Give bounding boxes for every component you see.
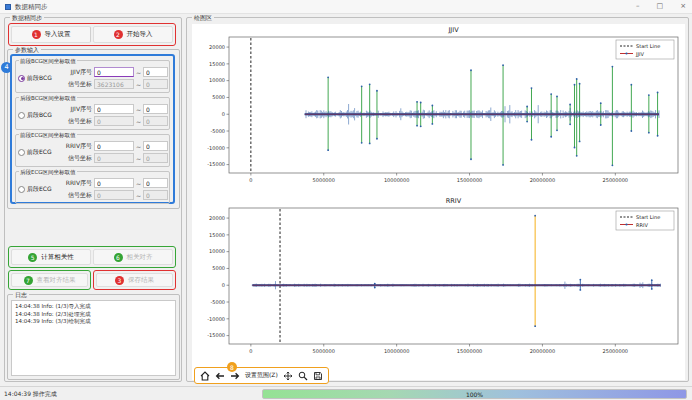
step-badge-5: 5 <box>28 253 37 262</box>
svg-text:15000: 15000 <box>209 232 225 238</box>
radio-rear-ecg[interactable]: 后段ECG <box>18 185 62 194</box>
svg-text:10000000: 10000000 <box>384 177 409 183</box>
plot-toolbar: 设置范围(Z) 8 <box>194 367 329 384</box>
close-button[interactable]: × <box>680 2 686 10</box>
front-bcg-jjiv-from-input[interactable] <box>94 67 134 77</box>
svg-text:5000: 5000 <box>212 265 225 271</box>
progress-value: 100% <box>466 391 483 398</box>
status-bar: 14:04:39 操作完成 100% <box>0 386 692 400</box>
svg-text:0: 0 <box>222 282 225 288</box>
jjiv-chart-canvas[interactable]: JJIV-15000-10000-50000500010000150002000… <box>192 24 685 194</box>
log-list[interactable]: 14:04:38 Info: (1/3)导入完成 14:04:38 Info: … <box>11 300 176 376</box>
svg-text:20000000: 20000000 <box>530 348 555 354</box>
radio-icon <box>18 149 25 156</box>
svg-text:RRIV: RRIV <box>636 222 648 228</box>
param-section-front-bcg: 前段BCG区间坐标取值 前段BCG JJIV序号 ~ <box>15 60 170 93</box>
rear-ecg-rriv-to-input[interactable] <box>143 178 168 188</box>
view-align-result-button[interactable]: 7 查看对齐结果 <box>11 273 88 287</box>
progress-bar: 100% <box>262 389 687 399</box>
front-bcg-signal-from-input[interactable] <box>94 79 134 89</box>
rear-bcg-jjiv-from-input[interactable] <box>94 104 134 114</box>
correlation-align-button[interactable]: 6 相关对齐 <box>93 249 173 265</box>
svg-text:0: 0 <box>249 348 252 354</box>
import-settings-button[interactable]: 1 导入设置 <box>11 26 91 43</box>
radio-front-ecg[interactable]: 前段ECG <box>18 148 62 157</box>
svg-text:-10000: -10000 <box>207 316 225 322</box>
front-bcg-jjiv-to-input[interactable] <box>143 67 168 77</box>
zoom-icon[interactable] <box>298 371 308 381</box>
svg-text:10000: 10000 <box>209 248 225 254</box>
log-line: 14:04:38 Info: (1/3)导入完成 <box>15 303 172 311</box>
radio-icon <box>18 186 25 193</box>
params-group-title: 参数输入 <box>13 46 41 53</box>
rriv-chart-canvas[interactable]: RRIV-15000-10000-50000500010000150002000… <box>192 195 685 365</box>
save-figure-icon[interactable] <box>313 371 323 381</box>
window-title: 数据精同步 <box>15 3 48 12</box>
params-group: 参数输入 4 前段BCG区间坐标取值 前段BCG JJIV序号 ~ <box>7 49 180 209</box>
save-result-label: 保存结果 <box>128 276 154 285</box>
save-result-button[interactable]: 3 保存结果 <box>96 273 173 287</box>
calc-correlation-button[interactable]: 5 计算相关性 <box>11 249 91 265</box>
front-ecg-signal-from-input[interactable] <box>94 153 134 163</box>
front-bcg-signal-to-input[interactable] <box>143 79 168 89</box>
rear-ecg-signal-from-input[interactable] <box>94 190 134 200</box>
param-section-front-ecg: 前段ECG区间坐标取值 前段ECG RRIV序号 ~ <box>15 134 170 167</box>
correlation-align-label: 相关对齐 <box>127 253 153 262</box>
app-icon <box>5 4 11 10</box>
field-label: RRIV序号 <box>62 179 92 188</box>
radio-selected-icon <box>18 75 25 82</box>
section-title: 后段BCG区间坐标取值 <box>19 95 77 101</box>
radio-label: 前段ECG <box>27 148 52 157</box>
minimize-button[interactable]: – <box>636 2 640 10</box>
back-arrow-icon[interactable] <box>215 371 225 381</box>
log-group: 日志 14:04:38 Info: (1/3)导入完成 14:04:38 Inf… <box>7 294 180 380</box>
log-group-title: 日志 <box>13 291 29 298</box>
svg-text:-15000: -15000 <box>207 161 225 167</box>
field-label: 信号坐标 <box>62 80 92 89</box>
front-ecg-signal-to-input[interactable] <box>143 153 168 163</box>
home-icon[interactable] <box>200 371 210 381</box>
tilde: ~ <box>136 118 141 125</box>
radio-icon <box>18 112 25 119</box>
view-align-result-label: 查看对齐结果 <box>37 276 76 285</box>
svg-text:20000000: 20000000 <box>530 177 555 183</box>
front-ecg-rriv-from-input[interactable] <box>94 141 134 151</box>
svg-text:25000000: 25000000 <box>603 177 628 183</box>
svg-text:RRIV: RRIV <box>446 197 462 205</box>
rear-bcg-jjiv-to-input[interactable] <box>143 104 168 114</box>
radio-front-bcg[interactable]: 前段BCG <box>18 74 62 83</box>
step-badge-7: 7 <box>24 276 33 285</box>
svg-text:-15000: -15000 <box>207 332 225 338</box>
rear-bcg-signal-from-input[interactable] <box>94 116 134 126</box>
set-range-button[interactable]: 设置范围(Z) <box>245 371 278 380</box>
param-section-rear-ecg: 后段ECG区间坐标取值 后段ECG RRIV序号 ~ <box>15 171 170 204</box>
field-label: 信号坐标 <box>62 154 92 163</box>
rear-ecg-signal-to-input[interactable] <box>143 190 168 200</box>
radio-rear-bcg[interactable]: 后段BCG <box>18 111 62 120</box>
field-label: 信号坐标 <box>62 117 92 126</box>
field-label: 信号坐标 <box>62 191 92 200</box>
forward-arrow-icon[interactable] <box>230 371 240 381</box>
step-badge-8: 8 <box>227 362 237 372</box>
section-title: 后段ECG区间坐标取值 <box>19 169 77 175</box>
start-import-button[interactable]: 2 开始导入 <box>93 26 173 43</box>
rear-ecg-rriv-from-input[interactable] <box>94 178 134 188</box>
maximize-button[interactable]: □ <box>657 2 664 10</box>
section-title: 前段BCG区间坐标取值 <box>19 58 77 64</box>
param-section-rear-bcg: 后段BCG区间坐标取值 后段BCG JJIV序号 ~ <box>15 97 170 130</box>
left-panel-group: 数据精同步 1 导入设置 2 开始导入 参数输入 4 前段BCG区间坐标取值 前… <box>4 17 182 382</box>
svg-text:0: 0 <box>249 177 252 183</box>
start-import-label: 开始导入 <box>127 30 153 39</box>
save-annotation-box: 3 保存结果 <box>93 270 176 290</box>
pan-icon[interactable] <box>283 371 293 381</box>
tilde: ~ <box>136 192 141 199</box>
radio-label: 后段BCG <box>27 111 52 120</box>
rear-bcg-signal-to-input[interactable] <box>143 116 168 126</box>
svg-text:15000: 15000 <box>209 61 225 67</box>
tilde: ~ <box>136 180 141 187</box>
svg-text:Start Line: Start Line <box>636 214 660 220</box>
svg-text:5000000: 5000000 <box>313 177 335 183</box>
svg-text:Start Line: Start Line <box>636 43 660 49</box>
front-ecg-rriv-to-input[interactable] <box>143 141 168 151</box>
import-annotation-box: 1 导入设置 2 开始导入 <box>8 23 176 46</box>
